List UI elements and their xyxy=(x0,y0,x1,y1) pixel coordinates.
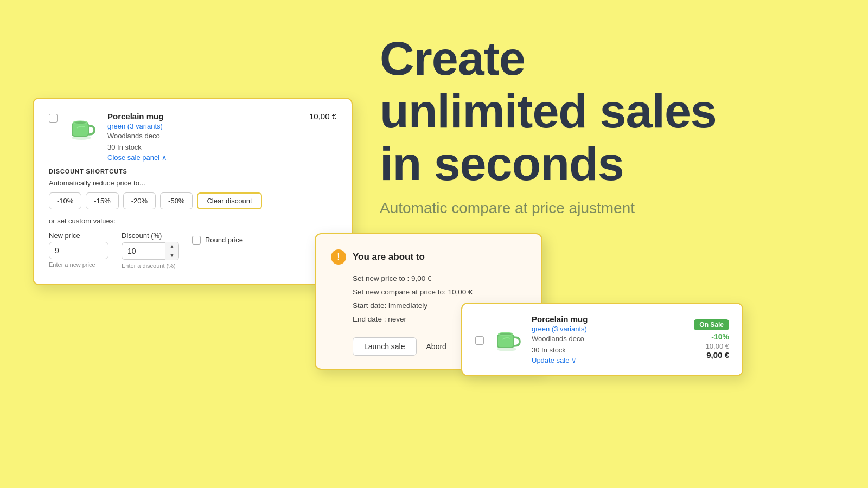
update-sale-link[interactable]: Update sale ∨ xyxy=(532,356,686,364)
result-checkbox[interactable] xyxy=(475,336,484,345)
discount-stepper[interactable]: ▲ ▼ xyxy=(165,242,179,260)
new-price-field-group: New price Enter a new price xyxy=(49,232,108,268)
stepper-down-button[interactable]: ▼ xyxy=(165,251,178,260)
discount-20-button[interactable]: -20% xyxy=(123,192,156,209)
svg-rect-2 xyxy=(73,124,88,136)
product-location: Woodlands deco xyxy=(107,131,301,142)
hero-subtitle: Automatic compare at price ajustment xyxy=(380,200,846,217)
round-price-label: Round price xyxy=(205,236,243,244)
result-product-image xyxy=(492,323,524,356)
product-variant[interactable]: green (3 variants) xyxy=(107,122,163,130)
product-info: Porcelain mug green (3 variants) Woodlan… xyxy=(107,112,301,162)
svg-point-9 xyxy=(500,333,512,335)
on-sale-badge: On Sale xyxy=(694,319,729,330)
product-name: Porcelain mug xyxy=(107,112,301,121)
hero-title: Create unlimited sales in seconds xyxy=(380,33,846,190)
confirm-line1: Set new price to : 9,00 € xyxy=(353,272,526,286)
discount-field-group: Discount (%) ▲ ▼ Enter a discount (%) xyxy=(122,232,179,269)
product-stock: 30 In stock xyxy=(107,142,301,153)
product-image xyxy=(66,112,99,144)
new-price: 9,00 € xyxy=(694,350,729,359)
discount-label: Discount (%) xyxy=(122,232,179,240)
product-row: Porcelain mug green (3 variants) Woodlan… xyxy=(49,112,336,162)
result-row: Porcelain mug green (3 variants) Woodlan… xyxy=(475,314,729,364)
result-product-stock: 30 In stock xyxy=(532,345,686,356)
discount-percent: -10% xyxy=(694,332,729,341)
auto-reduce-text: Automatically reduce price to... xyxy=(49,179,336,187)
discount-input[interactable] xyxy=(122,242,165,260)
discount-50-button[interactable]: -50% xyxy=(160,192,193,209)
new-price-label: New price xyxy=(49,232,108,240)
discount-buttons: -10% -15% -20% -50% Clear discount xyxy=(49,192,336,209)
close-sale-link[interactable]: Close sale panel ∧ xyxy=(107,153,301,162)
round-price-checkbox[interactable] xyxy=(192,236,201,245)
confirm-title: You are about to xyxy=(353,252,425,262)
discount-shortcuts-label: DISCOUNT SHORTCUTS xyxy=(49,168,336,175)
hero-section: Create unlimited sales in seconds Automa… xyxy=(380,33,846,217)
old-price: 10,00 € xyxy=(694,342,729,350)
confirm-header: ! You are about to xyxy=(331,249,526,265)
product-card-result: Porcelain mug green (3 variants) Woodlan… xyxy=(461,303,743,376)
stepper-up-button[interactable]: ▲ xyxy=(165,242,178,251)
clear-discount-button[interactable]: Clear discount xyxy=(197,192,261,209)
discount-input-wrap: ▲ ▼ xyxy=(122,242,179,260)
svg-rect-7 xyxy=(498,335,513,347)
fields-row: New price Enter a new price Discount (%)… xyxy=(49,232,336,269)
result-product-name: Porcelain mug xyxy=(532,314,686,324)
result-product-location: Woodlands deco xyxy=(532,333,686,345)
discount-hint: Enter a discount (%) xyxy=(122,262,179,269)
launch-sale-button[interactable]: Launch sale xyxy=(353,337,417,356)
result-info: Porcelain mug green (3 variants) Woodlan… xyxy=(532,314,686,364)
round-price-row: Round price xyxy=(192,236,243,245)
custom-values-label: or set custom values: xyxy=(49,217,336,225)
product-card-main: Porcelain mug green (3 variants) Woodlan… xyxy=(33,98,353,285)
svg-point-4 xyxy=(74,121,86,124)
result-pricing: On Sale -10% 10,00 € 9,00 € xyxy=(694,319,729,359)
discount-10-button[interactable]: -10% xyxy=(49,192,81,209)
abort-button[interactable]: Abord xyxy=(424,337,449,356)
product-price: 10,00 € xyxy=(309,112,336,121)
confirm-line2: Set new compare at price to: 10,00 € xyxy=(353,286,526,299)
result-product-variant[interactable]: green (3 variants) xyxy=(532,325,587,333)
new-price-hint: Enter a new price xyxy=(49,261,108,268)
warning-icon: ! xyxy=(331,249,346,265)
new-price-input[interactable] xyxy=(49,242,108,259)
product-checkbox[interactable] xyxy=(49,114,58,123)
discount-15-button[interactable]: -15% xyxy=(86,192,118,209)
